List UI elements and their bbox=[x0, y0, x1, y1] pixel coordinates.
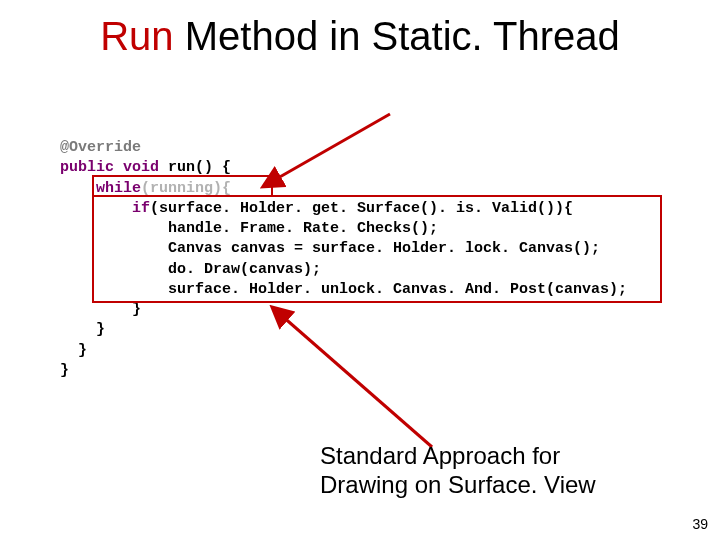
kw-public: public bbox=[60, 159, 114, 176]
slide: Run Method in Static. Thread @Override p… bbox=[0, 0, 720, 540]
title-rest: Method in Static. Thread bbox=[174, 14, 620, 58]
slide-title: Run Method in Static. Thread bbox=[0, 14, 720, 59]
caption-line1: Standard Approach for bbox=[320, 442, 596, 471]
title-red: Run bbox=[100, 14, 173, 58]
caption: Standard Approach for Drawing on Surface… bbox=[320, 442, 596, 500]
code-l10: } bbox=[96, 321, 105, 338]
code-l11: } bbox=[78, 342, 87, 359]
code-annotation: @Override bbox=[60, 139, 141, 156]
caption-line2: Drawing on Surface. View bbox=[320, 471, 596, 500]
highlight-box-body bbox=[92, 195, 662, 303]
code-l12: } bbox=[60, 362, 69, 379]
page-number: 39 bbox=[692, 516, 708, 532]
highlight-box-while bbox=[92, 175, 273, 197]
kw-void: void bbox=[123, 159, 159, 176]
code-l9: } bbox=[132, 301, 141, 318]
code-run-sig: run() { bbox=[159, 159, 231, 176]
